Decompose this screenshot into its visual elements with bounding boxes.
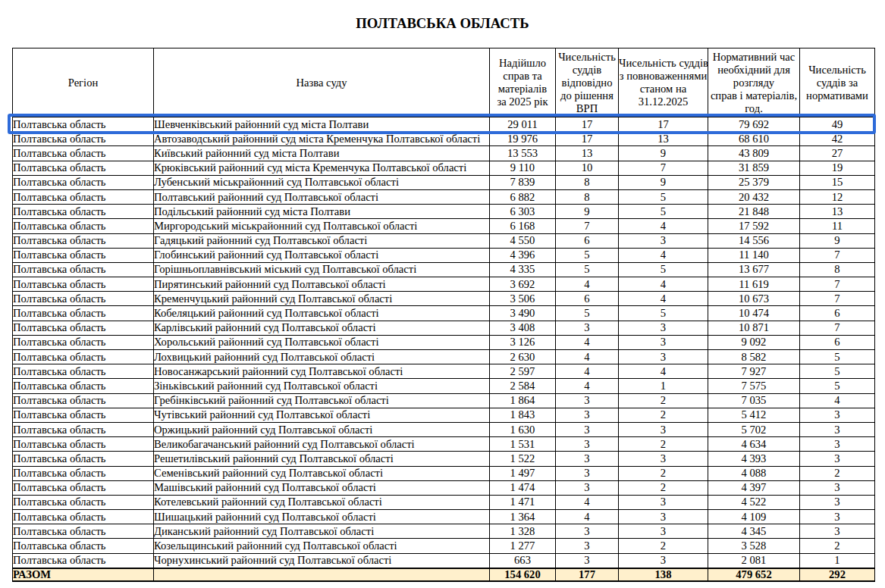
normative-time-cell: 17 592 — [708, 219, 800, 233]
normative-time-cell: 14 556 — [708, 233, 800, 248]
table-row: Полтавська областьВеликобагачанський рай… — [13, 437, 875, 452]
judges-normative-cell: 7 — [800, 292, 875, 306]
table-row: Полтавська областьДиканський районний су… — [13, 524, 875, 539]
total-section: РАЗОМ 154 620 177 138 479 652 292 — [13, 568, 875, 581]
table-row: Полтавська областьОржицький районний суд… — [13, 422, 875, 436]
table-row: Полтавська областьГорішньоплавнівський м… — [13, 262, 875, 277]
region-cell: Полтавська область — [13, 364, 154, 379]
judges-vrp-cell: 4 — [556, 510, 619, 524]
judges-empowered-cell: 3 — [619, 321, 708, 335]
normative-time-cell: 7 927 — [708, 364, 800, 379]
page: ПОЛТАВСЬКА ОБЛАСТЬ Регіон Назва суду Над… — [0, 0, 885, 588]
normative-time-cell: 5 412 — [708, 408, 800, 422]
court-name-cell: Оржицький районний суд Полтавської облас… — [154, 422, 490, 436]
total-normative-time-cell: 479 652 — [708, 568, 800, 581]
court-name-cell: Чорнухинський районний суд Полтавської о… — [154, 553, 490, 568]
judges-normative-cell: 6 — [800, 306, 875, 321]
judges-normative-cell: 3 — [800, 422, 875, 436]
judges-normative-cell: 3 — [800, 524, 875, 539]
table-row: Полтавська областьЧорнухинський районний… — [13, 553, 875, 568]
header-region: Регіон — [13, 48, 154, 117]
table-row: Полтавська областьПирятинський районний … — [13, 277, 875, 292]
region-cell: Полтавська область — [13, 146, 154, 161]
table-row: Полтавська областьКотелевський районний … — [13, 495, 875, 509]
judges-normative-cell: 3 — [800, 510, 875, 524]
judges-vrp-cell: 7 — [556, 219, 619, 233]
region-cell: Полтавська область — [13, 262, 154, 277]
table-row: Полтавська областьГребінківський районни… — [13, 393, 875, 408]
total-judges-empowered-cell: 138 — [619, 568, 708, 581]
judges-vrp-cell: 3 — [556, 408, 619, 422]
region-cell: Полтавська область — [13, 466, 154, 480]
region-cell: Полтавська область — [13, 408, 154, 422]
table-row: Полтавська областьШевченківський районни… — [13, 117, 875, 132]
table-row: Полтавська областьПолтавський районний с… — [13, 189, 875, 204]
header-court-name: Назва суду — [154, 48, 490, 117]
cases-received-cell: 3 490 — [490, 306, 556, 321]
judges-vrp-cell: 17 — [556, 132, 619, 146]
judges-normative-cell: 13 — [800, 205, 875, 219]
normative-time-cell: 4 393 — [708, 452, 800, 466]
judges-vrp-cell: 13 — [556, 146, 619, 161]
judges-normative-cell: 3 — [800, 452, 875, 466]
judges-empowered-cell: 3 — [619, 422, 708, 436]
region-cell: Полтавська область — [13, 306, 154, 321]
table-row: Полтавська областьЛохвицький районний су… — [13, 350, 875, 364]
table-row: Полтавська областьПодільський районний с… — [13, 205, 875, 219]
normative-time-cell: 8 582 — [708, 350, 800, 364]
court-name-cell: Гадяцький районний суд Полтавської облас… — [154, 233, 490, 248]
judges-empowered-cell: 2 — [619, 437, 708, 452]
judges-empowered-cell: 17 — [619, 117, 708, 132]
judges-empowered-cell: 5 — [619, 262, 708, 277]
court-name-cell: Автозаводський районний суд міста Кремен… — [154, 132, 490, 146]
region-cell: Полтавська область — [13, 335, 154, 349]
cases-received-cell: 29 011 — [490, 117, 556, 132]
region-cell: Полтавська область — [13, 205, 154, 219]
table-row: Полтавська областьГадяцький районний суд… — [13, 233, 875, 248]
judges-empowered-cell: 9 — [619, 175, 708, 189]
total-label-cell: РАЗОМ — [13, 568, 154, 581]
judges-empowered-cell: 2 — [619, 393, 708, 408]
judges-empowered-cell: 3 — [619, 350, 708, 364]
header-normative-time: Нормативний час необхідний для розгляду … — [708, 48, 800, 117]
region-cell: Полтавська область — [13, 233, 154, 248]
table-header: Регіон Назва суду Надійшло справ та мате… — [13, 48, 875, 117]
judges-empowered-cell: 3 — [619, 452, 708, 466]
region-cell: Полтавська область — [13, 553, 154, 568]
court-name-cell: Миргородський міськрайонний суд Полтавсь… — [154, 219, 490, 233]
normative-time-cell: 20 432 — [708, 189, 800, 204]
table-row: Полтавська областьНовосанжарський районн… — [13, 364, 875, 379]
judges-empowered-cell: 13 — [619, 132, 708, 146]
table-row: Полтавська областьСеменівський районний … — [13, 466, 875, 480]
cases-received-cell: 2 630 — [490, 350, 556, 364]
court-name-cell: Лубенський міськрайонний суд Полтавської… — [154, 175, 490, 189]
cases-received-cell: 1 522 — [490, 452, 556, 466]
judges-empowered-cell: 5 — [619, 189, 708, 204]
table-row: Полтавська областьКременчуцький районний… — [13, 292, 875, 306]
normative-time-cell: 4 634 — [708, 437, 800, 452]
judges-normative-cell: 2 — [800, 466, 875, 480]
judges-empowered-cell: 3 — [619, 335, 708, 349]
cases-received-cell: 663 — [490, 553, 556, 568]
normative-time-cell: 31 859 — [708, 161, 800, 175]
normative-time-cell: 4 522 — [708, 495, 800, 509]
cases-received-cell: 13 553 — [490, 146, 556, 161]
judges-vrp-cell: 3 — [556, 321, 619, 335]
normative-time-cell: 43 809 — [708, 146, 800, 161]
judges-normative-cell: 7 — [800, 277, 875, 292]
court-name-cell: Котелевський районний суд Полтавської об… — [154, 495, 490, 509]
judges-vrp-cell: 9 — [556, 205, 619, 219]
table-row: Полтавська областьЧутівський районний су… — [13, 408, 875, 422]
total-judges-vrp-cell: 177 — [556, 568, 619, 581]
total-row: РАЗОМ 154 620 177 138 479 652 292 — [13, 568, 875, 581]
cases-received-cell: 1 471 — [490, 495, 556, 509]
normative-time-cell: 4 109 — [708, 510, 800, 524]
court-name-cell: Полтавський районний суд Полтавської обл… — [154, 189, 490, 204]
judges-empowered-cell: 3 — [619, 495, 708, 509]
judges-empowered-cell: 7 — [619, 161, 708, 175]
region-cell: Полтавська область — [13, 480, 154, 495]
normative-time-cell: 68 610 — [708, 132, 800, 146]
region-cell: Полтавська область — [13, 379, 154, 393]
court-rows: Полтавська областьШевченківський районни… — [13, 117, 875, 568]
normative-time-cell: 11 619 — [708, 277, 800, 292]
